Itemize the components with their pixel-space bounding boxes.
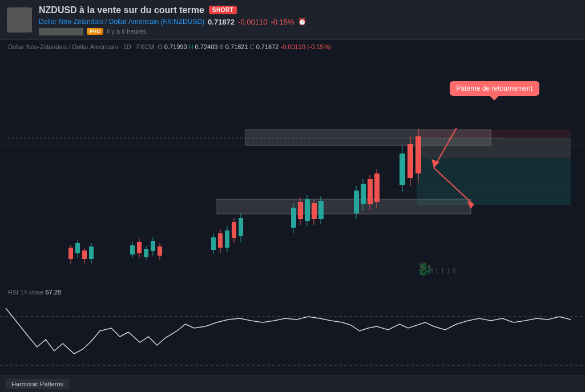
clock-icon: ⏰ (298, 18, 306, 26)
ohlc-o-label: O (158, 43, 163, 50)
ohlc-display: O 0.71990 H 0.72409 B 0.71821 C 0.71872 … (158, 43, 331, 50)
ohlc-h-label: H (189, 43, 193, 50)
price-change-pct: -0.15% (271, 18, 294, 26)
ohlc-c-label: C (250, 43, 255, 50)
svg-rect-20 (82, 250, 87, 259)
svg-rect-53 (239, 218, 243, 236)
rsi-label: RSI 14 close 67.28 (8, 289, 61, 296)
svg-rect-17 (75, 243, 80, 253)
ohlc-b-val: 0.71821 (225, 43, 248, 50)
ohlc-b-label: B (219, 43, 223, 50)
chart-info-bar: Dollar Néo-Zélandais / Dollar Américain … (0, 40, 585, 54)
svg-rect-77 (368, 179, 373, 204)
svg-rect-86 (408, 144, 413, 178)
svg-text:8 1 1 1 8: 8 1 1 1 8 (429, 267, 456, 275)
svg-rect-62 (305, 199, 310, 221)
short-badge: SHORT (209, 6, 237, 14)
svg-rect-44 (218, 233, 223, 248)
svg-rect-41 (211, 237, 216, 250)
svg-rect-9 (417, 130, 571, 158)
ohlc-h-val: 0.72409 (195, 43, 218, 50)
svg-rect-47 (225, 231, 229, 248)
svg-rect-50 (232, 222, 236, 238)
svg-rect-32 (144, 249, 148, 257)
price-change: -0.00110 (238, 18, 267, 26)
svg-rect-71 (354, 191, 359, 213)
rsi-chart-svg (0, 297, 585, 388)
ohlc-c-val: 0.71872 (256, 43, 279, 50)
svg-rect-80 (374, 173, 380, 202)
header-subtitle: Dollar Néo-Zélandais / Dollar Américain … (39, 18, 578, 26)
header-info: NZDUSD à la vente sur du court terme SHO… (39, 5, 578, 35)
ohlc-change: -0.00110 (-0.15%) (281, 43, 332, 50)
svg-rect-38 (158, 246, 162, 256)
svg-rect-23 (89, 246, 94, 259)
pattern-tooltip: Paterne de retournement (450, 81, 539, 96)
svg-rect-89 (415, 136, 421, 173)
pro-badge: PRO (87, 28, 104, 35)
harmonic-patterns-button[interactable]: Harmonic Patterns (6, 379, 69, 389)
pair-link[interactable]: Dollar Néo-Zélandais / Dollar Américain … (39, 18, 204, 26)
ohlc-o-val: 0.71990 (164, 43, 187, 50)
time-ago: il y a 6 heures (107, 28, 146, 35)
chart-container: Dollar Néo-Zélandais / Dollar Américain … (0, 40, 585, 392)
svg-rect-35 (151, 241, 155, 251)
svg-rect-59 (298, 202, 303, 219)
header: NZDUSD à la vente sur du court terme SHO… (0, 0, 585, 40)
main-price-chart[interactable]: 🐉 8 1 1 1 8 Paterne de retournement (0, 54, 585, 285)
post-title: NZDUSD à la vente sur du court terme (39, 5, 204, 15)
header-title-row: NZDUSD à la vente sur du court terme SHO… (39, 5, 578, 15)
footer-bar: Harmonic Patterns (0, 375, 585, 392)
svg-rect-68 (318, 201, 324, 219)
header-meta: ██████████ PRO il y a 6 heures (39, 28, 578, 35)
price-display: 0.71872 (208, 18, 235, 26)
avatar (7, 7, 32, 33)
svg-rect-94 (0, 297, 585, 388)
chart-info-text: Dollar Néo-Zélandais / Dollar Américain … (8, 43, 154, 50)
svg-rect-29 (137, 242, 142, 253)
svg-rect-56 (291, 208, 296, 228)
rsi-panel: RSI 14 close 67.28 (0, 285, 585, 376)
svg-rect-65 (312, 203, 317, 219)
svg-rect-83 (400, 153, 405, 185)
svg-rect-26 (130, 245, 135, 254)
svg-rect-74 (361, 184, 366, 204)
username-placeholder: ██████████ (39, 28, 83, 35)
